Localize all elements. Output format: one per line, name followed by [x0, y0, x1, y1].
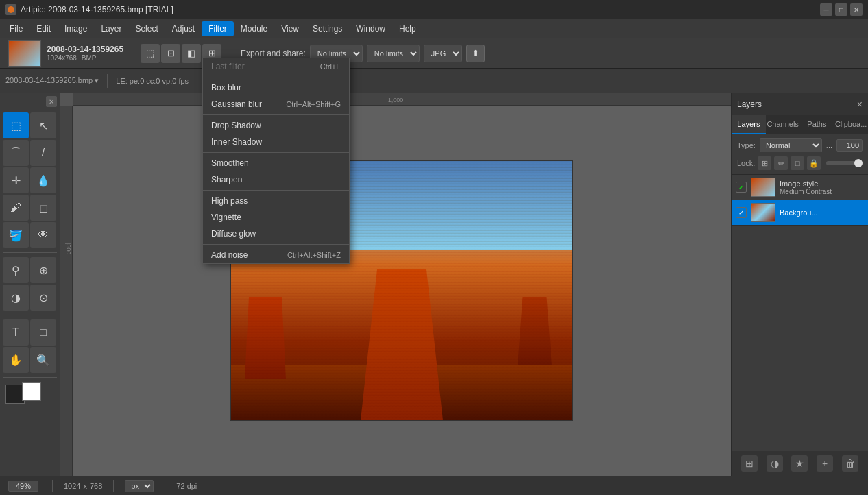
main-area: ✕ ⬚ ↖ ⌒ / ✛ 💧 🖌 ◻ 🪣 👁 ⚲ ⊕ ◑ ⊙	[0, 93, 868, 476]
menu-window[interactable]: Window	[349, 21, 392, 36]
layer-item-image-style[interactable]: ✓ Image style Medium Contrast	[732, 175, 868, 200]
new-layer-btn[interactable]: +	[817, 455, 833, 472]
dimensions-display: 1024 x 768	[64, 482, 102, 490]
layers-tabs: Layers Channels Paths Clipboa...	[732, 115, 868, 134]
dodge-tool-btn[interactable]: ◑	[3, 285, 29, 311]
tab-layers[interactable]: Layers	[732, 115, 766, 134]
marquee-tool-btn[interactable]: ⬚	[141, 44, 160, 63]
layers-close-btn[interactable]: ×	[857, 99, 863, 110]
opacity-slider[interactable]	[826, 161, 863, 165]
delete-layer-btn[interactable]: 🗑	[842, 455, 858, 472]
zoom-control	[8, 481, 41, 492]
menu-select[interactable]: Select	[128, 21, 165, 36]
lock-paint-btn[interactable]: ✏	[774, 156, 788, 170]
tab-clipboard[interactable]: Clipboa...	[834, 115, 868, 134]
blur-tool-btn[interactable]: ⊙	[30, 285, 56, 311]
tool-3[interactable]: ◧	[182, 44, 201, 63]
clone-tool-btn[interactable]: ⚲	[3, 257, 29, 283]
menu-settings[interactable]: Settings	[306, 21, 349, 36]
tool-row-5: 🪣 👁	[3, 222, 57, 248]
filter-diffuse-glow[interactable]: Diffuse glow	[203, 226, 349, 242]
filter-dropdown-menu: Last filter Ctrl+F Box blur Gaussian blu…	[202, 58, 350, 264]
lasso-tool-btn[interactable]: ⌒	[3, 140, 29, 166]
canvas-content[interactable]: LE: pe:0 cc:0 vp:0 fps	[73, 106, 731, 476]
dpi-display: 72 dpi	[176, 482, 197, 490]
tool-row-1: ⬚ ↖	[3, 112, 57, 138]
lock-pixels-btn[interactable]: ⊞	[758, 156, 771, 170]
tab-paths[interactable]: Paths	[800, 115, 834, 134]
ruler-mark-v-500: |500	[65, 243, 72, 254]
filter-high-pass[interactable]: High pass	[203, 193, 349, 209]
toolbar2-sep	[107, 74, 108, 88]
menu-file[interactable]: File	[3, 21, 29, 36]
layer-name-block-2: Backgrou...	[780, 208, 818, 217]
unit-select[interactable]: px	[125, 480, 154, 492]
filter-add-noise[interactable]: Add noise Ctrl+Alt+Shift+Z	[203, 247, 349, 263]
layer-thumb-1	[751, 178, 775, 197]
layers-panel-title: Layers	[737, 99, 762, 109]
filter-sep-4	[203, 190, 349, 191]
minimize-button[interactable]: ─	[820, 3, 832, 16]
move-tool-btn[interactable]: ↖	[30, 112, 56, 138]
lock-all-btn[interactable]: 🔒	[807, 156, 821, 170]
menu-adjust[interactable]: Adjust	[165, 21, 202, 36]
filter-sep-5	[203, 244, 349, 245]
fx-btn[interactable]: ★	[791, 455, 808, 472]
lock-pos-btn[interactable]: □	[791, 156, 804, 170]
brush-tool-btn[interactable]: 🖌	[3, 195, 29, 221]
menu-edit[interactable]: Edit	[29, 21, 58, 36]
tool-row-3: ✛ 💧	[3, 167, 57, 193]
close-button[interactable]: ✕	[850, 3, 863, 16]
shape-tool-btn[interactable]: □	[30, 319, 56, 346]
hand-tool-btn[interactable]: ✋	[3, 347, 29, 373]
filter-gaussian-blur[interactable]: Gaussian blur Ctrl+Alt+Shift+G	[203, 96, 349, 112]
layer-sublabel-1: Medium Contrast	[780, 188, 832, 195]
opacity-input[interactable]	[836, 139, 863, 152]
export-quality-select[interactable]: No limits	[367, 45, 420, 62]
layer-name-2: Backgrou...	[780, 208, 818, 217]
layer-vis-checkbox-1[interactable]: ✓	[736, 182, 747, 193]
background-color[interactable]	[22, 382, 41, 401]
heal-tool-btn[interactable]: ⊕	[30, 257, 56, 283]
menu-layer[interactable]: Layer	[94, 21, 128, 36]
export-format-select[interactable]: JPG	[424, 45, 462, 62]
filter-sharpen[interactable]: Sharpen	[203, 171, 349, 188]
tab-channels[interactable]: Channels	[766, 115, 800, 134]
zoom-input[interactable]	[8, 481, 38, 492]
menu-view[interactable]: View	[274, 21, 306, 36]
layer-item-background[interactable]: ✓ Backgrou...	[732, 200, 868, 226]
filter-smoothen[interactable]: Smoothen	[203, 155, 349, 171]
transform-btn[interactable]: ⊡	[161, 44, 180, 63]
text-tool-btn[interactable]: T	[3, 319, 29, 346]
menu-help[interactable]: Help	[392, 21, 423, 36]
selection-tool-btn[interactable]: ⬚	[3, 112, 29, 138]
pencil-tool-btn[interactable]: /	[30, 140, 56, 166]
filter-inner-shadow[interactable]: Inner Shadow	[203, 134, 349, 150]
toolbox-sep-3	[3, 377, 57, 378]
new-group-btn[interactable]: ⊞	[741, 455, 758, 472]
menu-filter[interactable]: Filter	[202, 21, 234, 36]
filter-drop-shadow[interactable]: Drop Shadow	[203, 117, 349, 134]
zoom-tool-btn[interactable]: 🔍	[30, 347, 56, 373]
blend-mode-select[interactable]: Normal	[760, 138, 822, 152]
eraser-tool-btn[interactable]: ◻	[30, 195, 56, 221]
canvas-fps-info: LE: pe:0 cc:0 vp:0 fps	[116, 77, 189, 85]
filter-box-blur[interactable]: Box blur	[203, 80, 349, 96]
filter-last-filter[interactable]: Last filter Ctrl+F	[203, 58, 349, 75]
export-button[interactable]: ⬆	[466, 45, 485, 62]
opacity-slider-thumb	[854, 159, 863, 167]
dropper-tool-btn[interactable]: 💧	[30, 167, 56, 193]
layer-vis-checkbox-2[interactable]: ✓	[736, 207, 747, 218]
menu-module[interactable]: Module	[234, 21, 274, 36]
toolbox-close-btn[interactable]: ✕	[46, 96, 57, 107]
mask-btn[interactable]: ◑	[767, 455, 783, 472]
transform-tool-btn[interactable]: ✛	[3, 167, 29, 193]
filter-vignette[interactable]: Vignette	[203, 209, 349, 226]
status-sep-1	[52, 480, 53, 492]
fill-tool-btn[interactable]: 🪣	[3, 222, 29, 248]
eye-tool-btn[interactable]: 👁	[30, 222, 56, 248]
maximize-button[interactable]: □	[835, 3, 847, 16]
layer-name-block-1: Image style Medium Contrast	[780, 180, 832, 195]
menu-image[interactable]: Image	[58, 21, 94, 36]
titlebar-controls[interactable]: ─ □ ✕	[820, 3, 863, 16]
